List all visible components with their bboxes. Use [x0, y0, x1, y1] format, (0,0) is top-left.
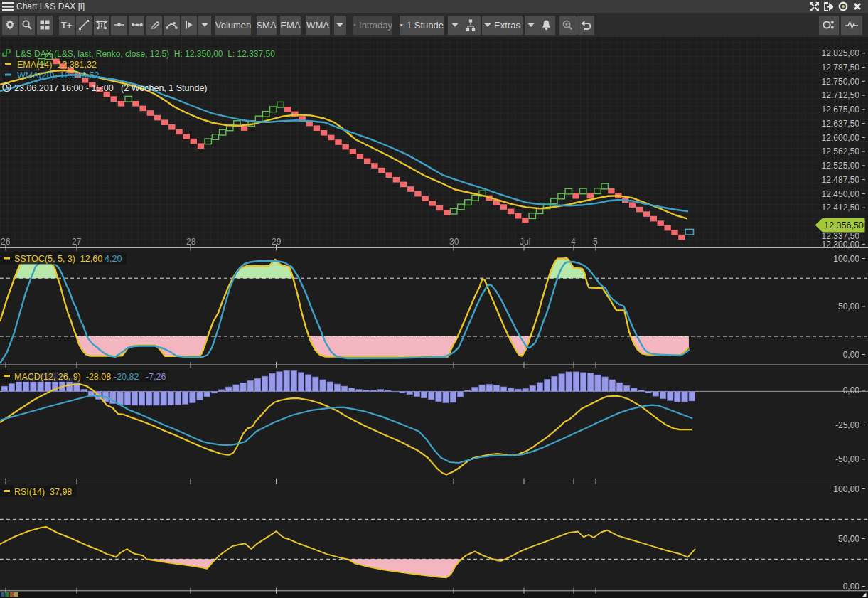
svg-text:100,00: 100,00 — [833, 484, 859, 494]
svg-text:Jul: Jul — [520, 237, 530, 247]
svg-text:12.450,00: 12.450,00 — [822, 189, 860, 199]
svg-text:SSTOC(5, 5, 3) 12,60: SSTOC(5, 5, 3) 12,60 — [14, 254, 102, 264]
svg-text:-7,26: -7,26 — [146, 372, 166, 382]
svg-text:12.750,00: 12.750,00 — [822, 77, 860, 87]
svg-text:0,00: 0,00 — [843, 582, 860, 592]
svg-text:12.562,50: 12.562,50 — [822, 146, 860, 156]
svg-text:30: 30 — [449, 237, 459, 247]
svg-text:4: 4 — [571, 237, 576, 247]
svg-text:-20,82: -20,82 — [114, 372, 139, 382]
svg-text:29: 29 — [272, 237, 282, 247]
svg-text:-25,00: -25,00 — [835, 420, 859, 430]
svg-text:12.787,50: 12.787,50 — [822, 63, 860, 73]
svg-text:WMA(28) 12.399,52: WMA(28) 12.399,52 — [17, 70, 99, 80]
svg-text:12.712,50: 12.712,50 — [822, 90, 860, 100]
svg-text:50,00: 50,00 — [838, 301, 859, 311]
svg-text:MACD(12, 26, 9) -28,08: MACD(12, 26, 9) -28,08 — [14, 372, 111, 382]
svg-text:27: 27 — [72, 237, 82, 247]
svg-text:4,20: 4,20 — [105, 254, 122, 264]
svg-text:50,00: 50,00 — [838, 534, 859, 544]
svg-text:23.06.2017 16:00 - 15:00 (2: 23.06.2017 16:00 - 15:00 (2 Wochen, 1 St… — [14, 83, 208, 93]
svg-text:L&S DAX (L&S, last, Renko, clo: L&S DAX (L&S, last, Renko, close, 12.5) … — [16, 49, 275, 59]
svg-text:0,00: 0,00 — [843, 385, 860, 395]
svg-text:12.300,00: 12.300,00 — [822, 240, 860, 250]
svg-text:-50,00: -50,00 — [835, 454, 859, 464]
svg-text:12.356,50: 12.356,50 — [824, 220, 864, 230]
svg-text:5: 5 — [593, 237, 598, 247]
svg-text:RSI(14) 37,98: RSI(14) 37,98 — [14, 487, 72, 497]
svg-text:12.412,50: 12.412,50 — [822, 203, 860, 213]
svg-text:100,00: 100,00 — [833, 254, 859, 264]
svg-text:26: 26 — [1, 237, 11, 247]
svg-text:12.675,00: 12.675,00 — [822, 105, 860, 114]
svg-text:EMA(14) 12.381,32: EMA(14) 12.381,32 — [17, 60, 97, 70]
svg-text:12.637,50: 12.637,50 — [822, 119, 860, 129]
svg-text:12.600,00: 12.600,00 — [822, 133, 860, 143]
svg-text:28: 28 — [186, 237, 196, 247]
svg-text:12.525,00: 12.525,00 — [822, 161, 860, 171]
svg-text:12.487,50: 12.487,50 — [822, 175, 860, 185]
svg-text:0,00: 0,00 — [843, 350, 860, 360]
svg-text:12.825,00: 12.825,00 — [822, 48, 860, 58]
